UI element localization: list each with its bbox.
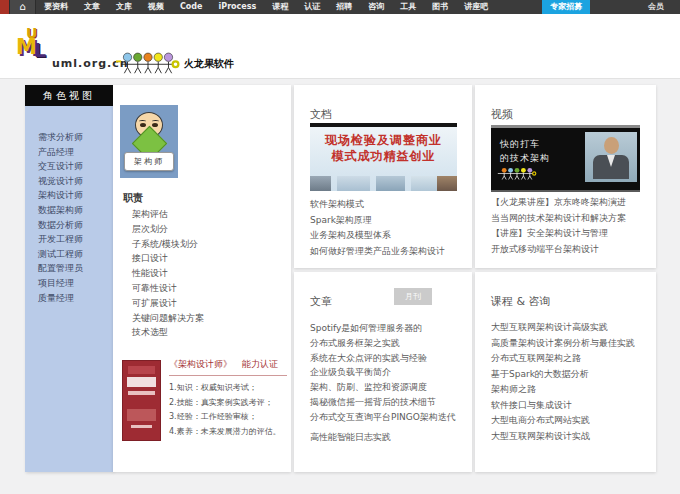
duty-link[interactable]: 技术选型 <box>132 325 204 340</box>
duties-list: 架构评估 层次划分 子系统/模块划分 接口设计 性能设计 可靠性设计 可扩展设计… <box>132 207 204 340</box>
article-link[interactable]: 架构、防刷、监控和资源调度 <box>310 380 456 395</box>
nav-item-ziliao[interactable]: 要资料 <box>36 0 76 14</box>
video-thumb-line2: 的技术架构 <box>500 151 550 165</box>
nav-red-strip <box>0 0 9 14</box>
nav-item-jiangzuoba[interactable]: 讲座吧 <box>456 0 496 14</box>
course-link[interactable]: 架构师之路 <box>491 382 635 398</box>
banner-line2: 模式成功精益创业 <box>310 148 457 164</box>
certification-title[interactable]: 《架构设计师》能力认证 <box>169 358 287 371</box>
video-thumb-line1: 快的打车 <box>500 137 550 151</box>
article-link[interactable]: 企业级负载平衡简介 <box>310 365 456 380</box>
sidebar-item-dev-engineer[interactable]: 开发工程师 <box>38 232 113 247</box>
video-link[interactable]: 【火龙果讲座】京东咚咚架构演进 <box>491 195 626 211</box>
nav-item-tushu[interactable]: 图书 <box>424 0 456 14</box>
duty-link[interactable]: 可扩展设计 <box>132 296 204 311</box>
courses-list: 大型互联网架构设计高级实践 高质量架构设计案例分析与最佳实践 分布式互联网架构之… <box>491 320 635 444</box>
course-link[interactable]: 大型电商分布式网站实践 <box>491 413 635 429</box>
monthly-badge[interactable]: 月刊 <box>394 288 432 305</box>
documents-list: 软件架构模式 Spark架构原理 业务架构及模型体系 如何做好管理类产品业务架构… <box>310 197 445 260</box>
sidebar-title: 角色视图 <box>25 85 113 106</box>
sidebar-item-data-architect[interactable]: 数据架构师 <box>38 203 113 218</box>
nav-item-zixun[interactable]: 咨询 <box>360 0 392 14</box>
banner-line1: 现场检验及调整商业 <box>310 132 457 148</box>
architect-avatar: 架构师 <box>120 105 178 178</box>
cert-point: 2.技能：真实案例实践考评； <box>169 396 287 411</box>
site-header: U M L uml.org.cn <box>0 14 680 79</box>
article-link[interactable]: 高性能智能日志实践 <box>310 430 456 445</box>
article-link[interactable]: Spotify是如何管理服务器的 <box>310 321 456 336</box>
video-link[interactable]: 【讲座】安全架构设计与管理 <box>491 226 626 242</box>
document-link[interactable]: 如何做好管理类产品业务架构设计 <box>310 244 445 260</box>
documents-card: 文档 现场检验及调整商业 模式成功精益创业 软件架构模式 Spark架构原理 业… <box>294 85 472 268</box>
article-link[interactable]: 分布式服务框架之实践 <box>310 336 456 351</box>
duty-link[interactable]: 可靠性设计 <box>132 281 204 296</box>
video-link[interactable]: 当当网的技术架构设计和解决方案 <box>491 211 626 227</box>
brand-name[interactable]: 火龙果软件 <box>184 57 234 71</box>
nav-item-member[interactable]: 会员 <box>640 0 672 14</box>
home-icon[interactable]: ⌂ <box>9 0 36 14</box>
nav-item-iprocess[interactable]: iProcess <box>211 0 265 14</box>
nav-item-code[interactable]: Code <box>172 0 211 14</box>
cert-point: 4.素养：未来发展潜力的评估。 <box>169 425 287 440</box>
avatar-label: 架构师 <box>124 152 174 171</box>
nav-item-expert-recruit[interactable]: 专家招募 <box>542 0 590 14</box>
sidebar-item-architecture-designer[interactable]: 架构设计师 <box>38 188 113 203</box>
duty-link[interactable]: 架构评估 <box>132 207 204 222</box>
sidebar-item-project-manager[interactable]: 项目经理 <box>38 276 113 291</box>
cert-point: 1.知识：权威知识考试； <box>169 381 287 396</box>
sidebar-item-test-engineer[interactable]: 测试工程师 <box>38 247 113 262</box>
article-link[interactable]: 系统在大众点评的实践与经验 <box>310 351 456 366</box>
document-link[interactable]: 业务架构及模型体系 <box>310 228 445 244</box>
sidebar-item-interaction-designer[interactable]: 交互设计师 <box>38 159 113 174</box>
sidebar-item-quality-manager[interactable]: 质量经理 <box>38 291 113 306</box>
document-link[interactable]: 软件架构模式 <box>310 197 445 213</box>
course-link[interactable]: 分布式互联网架构之路 <box>491 351 635 367</box>
article-link[interactable]: 揭秘微信摇一摇背后的技术细节 <box>310 395 456 410</box>
videos-list: 【火龙果讲座】京东咚咚架构演进 当当网的技术架构设计和解决方案 【讲座】安全架构… <box>491 195 626 257</box>
video-speaker-photo <box>585 132 637 182</box>
articles-list: Spotify是如何管理服务器的 分布式服务框架之实践 系统在大众点评的实践与经… <box>310 321 456 444</box>
course-link[interactable]: 大型互联网架构设计高级实践 <box>491 320 635 336</box>
page: ⌂ 要资料 文章 文库 视频 Code iProcess 课程 认证 招聘 咨询… <box>0 0 680 494</box>
course-link[interactable]: 基于Spark的大数据分析 <box>491 367 635 383</box>
documents-banner-image[interactable]: 现场检验及调整商业 模式成功精益创业 <box>310 123 457 191</box>
video-thumbnail[interactable]: 快的打车 的技术架构 <box>491 125 640 192</box>
nav-item-wenku[interactable]: 文库 <box>108 0 140 14</box>
certification-divider <box>169 375 287 376</box>
nav-item-gongju[interactable]: 工具 <box>392 0 424 14</box>
architect-profile-card: 架构师 职责 架构评估 层次划分 子系统/模块划分 接口设计 性能设计 可靠性设… <box>113 85 291 472</box>
banner-photo-strip <box>310 176 457 191</box>
courses-title: 课程 & 咨询 <box>491 294 551 309</box>
courses-card: 课程 & 咨询 大型互联网架构设计高级实践 高质量架构设计案例分析与最佳实践 分… <box>475 272 656 472</box>
nav-item-zhaopin[interactable]: 招聘 <box>328 0 360 14</box>
videos-title: 视频 <box>491 107 513 122</box>
certification-points: 1.知识：权威知识考试； 2.技能：真实案例实践考评； 3.经验：工作经验审核；… <box>169 381 287 439</box>
course-link[interactable]: 大型互联网架构设计实战 <box>491 429 635 445</box>
certification-book-cover[interactable] <box>122 360 161 441</box>
cert-point: 3.经验：工作经验审核； <box>169 410 287 425</box>
uml-logo-icon[interactable]: U M L <box>17 29 47 65</box>
document-link[interactable]: Spark架构原理 <box>310 213 445 229</box>
nav-item-wenzhang[interactable]: 文章 <box>76 0 108 14</box>
nav-item-kecheng[interactable]: 课程 <box>264 0 296 14</box>
course-link[interactable]: 高质量架构设计案例分析与最佳实践 <box>491 336 635 352</box>
duty-link[interactable]: 接口设计 <box>132 251 204 266</box>
sidebar-item-config-manager[interactable]: 配置管理员 <box>38 261 113 276</box>
articles-title: 文章 <box>310 294 332 309</box>
video-link[interactable]: 开放式移动端平台架构设计 <box>491 242 626 258</box>
nav-item-shipin[interactable]: 视频 <box>140 0 172 14</box>
duty-link[interactable]: 层次划分 <box>132 222 204 237</box>
duty-link[interactable]: 性能设计 <box>132 266 204 281</box>
nav-item-renzheng[interactable]: 认证 <box>296 0 328 14</box>
course-link[interactable]: 软件接口与集成设计 <box>491 398 635 414</box>
duty-link[interactable]: 子系统/模块划分 <box>132 237 204 252</box>
sidebar-item-data-analyst[interactable]: 数据分析师 <box>38 218 113 233</box>
sidebar-item-requirements-analyst[interactable]: 需求分析师 <box>38 130 113 145</box>
documents-title: 文档 <box>310 107 332 122</box>
sidebar-item-visual-designer[interactable]: 视觉设计师 <box>38 174 113 189</box>
duty-link[interactable]: 关键问题解决方案 <box>132 311 204 326</box>
sidebar-item-product-manager[interactable]: 产品经理 <box>38 145 113 160</box>
duties-title: 职责 <box>123 191 143 205</box>
articles-card: 文章 月刊 Spotify是如何管理服务器的 分布式服务框架之实践 系统在大众点… <box>294 272 472 472</box>
article-link[interactable]: 分布式交互查询平台PINGO架构迭代 <box>310 410 456 425</box>
